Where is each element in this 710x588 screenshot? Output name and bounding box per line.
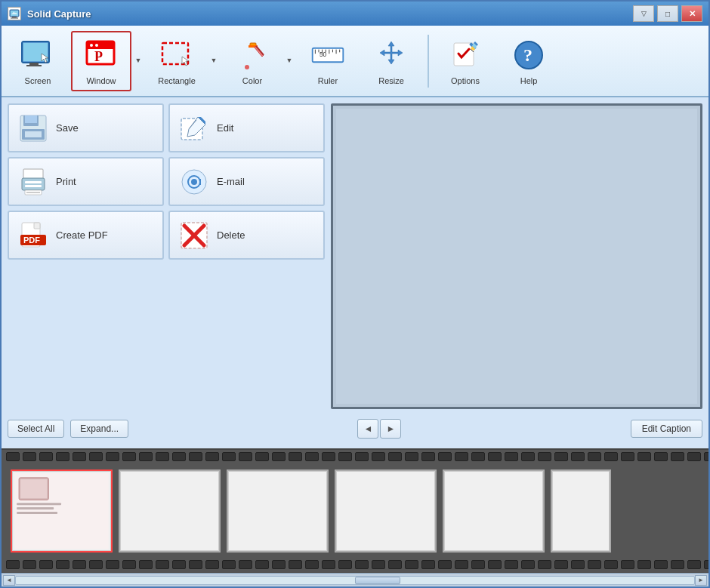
- email-icon: [179, 167, 209, 197]
- film-hole: [687, 452, 701, 461]
- film-hole: [289, 452, 302, 461]
- film-hole-b: [355, 560, 369, 569]
- expand-button[interactable]: Expand...: [70, 420, 128, 438]
- film-hole-b: [505, 560, 518, 569]
- scroll-left-button[interactable]: ◄: [3, 575, 15, 586]
- film-hole-b: [388, 560, 402, 569]
- title-bar: Solid Capture: [2, 2, 708, 26]
- next-nav-button[interactable]: ►: [380, 419, 401, 439]
- svg-rect-8: [26, 65, 42, 66]
- createpdf-button[interactable]: PDF Create PDF: [8, 211, 164, 260]
- tool-color[interactable]: Color: [222, 31, 282, 91]
- tool-window[interactable]: P Window: [71, 31, 131, 91]
- save-button[interactable]: Save: [8, 103, 164, 152]
- svg-rect-63: [17, 507, 54, 509]
- film-hole: [355, 452, 369, 461]
- film-hole: [654, 452, 668, 461]
- film-hole-b: [222, 560, 236, 569]
- film-hole: [704, 452, 708, 461]
- film-hole-b: [89, 560, 103, 569]
- film-hole-b: [405, 560, 418, 569]
- film-hole-b: [604, 560, 618, 569]
- film-hole: [222, 452, 236, 461]
- film-hole: [272, 452, 286, 461]
- prev-nav-button[interactable]: ◄: [357, 419, 378, 439]
- tool-rectangle[interactable]: Rectangle: [147, 31, 207, 91]
- action-row-3: PDF Create PDF Dele: [8, 211, 325, 260]
- film-frame-5[interactable]: [443, 469, 545, 553]
- film-hole-b: [239, 560, 252, 569]
- rectangle-dropdown-arrow[interactable]: ▼: [208, 31, 219, 67]
- svg-point-4: [17, 17, 17, 18]
- svg-rect-64: [17, 511, 57, 513]
- email-button[interactable]: E-mail: [168, 157, 325, 206]
- help-icon: ?: [511, 37, 547, 73]
- preview-area: [331, 103, 702, 409]
- restore-button[interactable]: [657, 5, 678, 22]
- email-label: E-mail: [217, 176, 245, 187]
- filmstrip-frames: [2, 463, 708, 558]
- film-hole-b: [39, 560, 53, 569]
- film-hole: [89, 452, 103, 461]
- film-frame-2[interactable]: [119, 469, 221, 553]
- film-hole: [338, 452, 352, 461]
- app-icon: [8, 7, 21, 20]
- film-hole-b: [637, 560, 651, 569]
- film-frame-3-inner: [228, 471, 327, 551]
- svg-rect-61: [20, 479, 47, 498]
- scroll-right-button[interactable]: ►: [695, 575, 707, 586]
- film-hole-b: [122, 560, 136, 569]
- svg-rect-47: [26, 192, 40, 193]
- tool-help[interactable]: ? Help: [499, 31, 559, 91]
- tool-resize[interactable]: Resize: [361, 31, 421, 91]
- film-hole: [571, 452, 585, 461]
- edit-caption-button[interactable]: Edit Caption: [631, 420, 702, 438]
- color-dropdown-arrow[interactable]: ▼: [284, 31, 295, 67]
- bottom-controls: Select All Expand... ◄ ► Edit Caption: [8, 415, 702, 442]
- film-hole: [23, 452, 36, 461]
- delete-label: Delete: [217, 229, 245, 241]
- film-hole-b: [471, 560, 485, 569]
- main-window: Solid Capture Screen: [0, 0, 710, 588]
- film-hole: [156, 452, 169, 461]
- scroll-thumb[interactable]: [355, 577, 400, 584]
- film-frame-6[interactable]: [551, 469, 611, 553]
- help-label: Help: [520, 76, 538, 85]
- select-all-button[interactable]: Select All: [8, 420, 64, 438]
- tool-screen[interactable]: Screen: [8, 31, 68, 91]
- film-frame-4-inner: [336, 471, 435, 551]
- tool-ruler[interactable]: 50 Ruler: [298, 31, 358, 91]
- film-hole: [388, 452, 402, 461]
- svg-point-13: [95, 44, 98, 47]
- rectangle-icon: [159, 37, 195, 73]
- film-hole: [172, 452, 186, 461]
- film-hole-b: [687, 560, 701, 569]
- film-hole: [56, 452, 69, 461]
- film-hole-b: [421, 560, 435, 569]
- delete-button[interactable]: Delete: [168, 211, 325, 260]
- window-title: Solid Capture: [27, 8, 627, 20]
- film-hole: [588, 452, 601, 461]
- print-button[interactable]: Print: [8, 157, 164, 206]
- film-hole: [255, 452, 269, 461]
- film-frame-4[interactable]: [335, 469, 437, 553]
- filmstrip-holes-top: [2, 450, 708, 463]
- tool-options[interactable]: Options: [435, 31, 495, 91]
- film-hole: [671, 452, 684, 461]
- preview-inner: [336, 109, 697, 404]
- svg-text:?: ?: [523, 45, 532, 65]
- film-frame-3[interactable]: [227, 469, 329, 553]
- minimize-button[interactable]: [633, 5, 654, 22]
- edit-label: Edit: [217, 122, 233, 134]
- window-dropdown-arrow[interactable]: ▼: [133, 31, 144, 67]
- svg-rect-39: [25, 131, 42, 137]
- film-hole-b: [6, 560, 20, 569]
- film-hole: [139, 452, 153, 461]
- ruler-icon: 50: [310, 37, 346, 73]
- color-label: Color: [242, 76, 262, 85]
- svg-text:P: P: [94, 49, 103, 64]
- edit-button[interactable]: Edit: [168, 103, 325, 152]
- close-button[interactable]: [681, 5, 702, 22]
- film-frame-1[interactable]: [11, 469, 113, 553]
- film-hole: [637, 452, 651, 461]
